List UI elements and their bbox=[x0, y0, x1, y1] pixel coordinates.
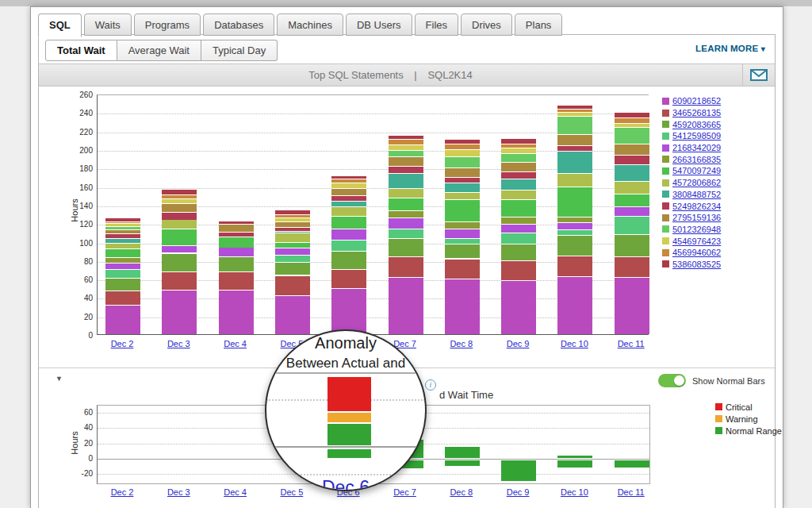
show-normal-bars-toggle[interactable]: Show Normal Bars bbox=[658, 374, 765, 387]
bar-segment-5470097249[interactable] bbox=[162, 229, 197, 245]
bar-segment-4572806862[interactable] bbox=[331, 207, 366, 216]
bar-segment-6090218652[interactable] bbox=[501, 281, 536, 334]
bar-segment-3465268135[interactable] bbox=[105, 291, 140, 305]
bar-segment-3465268135[interactable] bbox=[162, 272, 197, 290]
bar-segment-3465268135[interactable] bbox=[501, 261, 536, 281]
date-link-dec-2[interactable]: Dec 2 bbox=[98, 487, 146, 497]
bar-segment-2795159136[interactable] bbox=[615, 144, 649, 155]
bar-segment-4569946062[interactable] bbox=[162, 195, 197, 198]
anomaly-bar-normal-below[interactable] bbox=[557, 460, 592, 468]
view-button-average-wait[interactable]: Average Wait bbox=[117, 40, 201, 61]
bar-segment-4569946062[interactable] bbox=[501, 144, 536, 148]
tab-databases[interactable]: Databases bbox=[203, 13, 274, 36]
bar-segment-2663166835[interactable] bbox=[389, 211, 423, 217]
bar-segment-5412598509[interactable] bbox=[445, 239, 480, 244]
bar-segment-2168342029[interactable] bbox=[331, 229, 366, 240]
bar-segment-2795159136[interactable] bbox=[501, 163, 536, 171]
bar-segment-2795159136[interactable] bbox=[162, 204, 197, 213]
bar-segment-3808488752[interactable] bbox=[389, 174, 423, 188]
bar-segment-5249826234[interactable] bbox=[105, 234, 140, 238]
bar-segment-5470097249[interactable] bbox=[105, 249, 140, 258]
bar-segment-6090218652[interactable] bbox=[105, 306, 140, 334]
anomaly-bar-normal-below[interactable] bbox=[615, 460, 649, 468]
bar-segment-5249826234[interactable] bbox=[331, 196, 366, 201]
anomaly-bar-normal-below[interactable] bbox=[445, 460, 480, 466]
bar-segment-5412598509[interactable] bbox=[331, 241, 366, 251]
bar-segment-2795159136[interactable] bbox=[105, 230, 140, 233]
bar-segment-5386083525[interactable] bbox=[501, 139, 536, 144]
sql-statement-link-5249826234[interactable]: 5249826234 bbox=[672, 202, 721, 211]
tab-files[interactable]: Files bbox=[415, 13, 458, 36]
sql-statement-link-2795159136[interactable]: 2795159136 bbox=[672, 213, 721, 222]
bar-segment-2795159136[interactable] bbox=[219, 225, 254, 231]
sql-statement-link-5470097249[interactable]: 5470097249 bbox=[672, 166, 721, 175]
bar-segment-2663166835[interactable] bbox=[105, 258, 140, 263]
bar-segment-3808488752[interactable] bbox=[105, 239, 140, 243]
bar-segment-2168342029[interactable] bbox=[275, 248, 310, 255]
bar-segment-5249826234[interactable] bbox=[445, 178, 480, 183]
bar-segment-2168342029[interactable] bbox=[162, 246, 197, 252]
learn-more-link[interactable]: LEARN MORE ▾ bbox=[695, 44, 765, 53]
bar-segment-5386083525[interactable] bbox=[219, 221, 254, 225]
date-link-dec-9[interactable]: Dec 9 bbox=[494, 487, 542, 497]
bar-segment-5412598509[interactable] bbox=[275, 256, 310, 262]
bar-segment-2663166835[interactable] bbox=[557, 217, 592, 222]
sql-statement-link-4569946062[interactable]: 4569946062 bbox=[672, 248, 721, 257]
bar-segment-6090218652[interactable] bbox=[557, 277, 592, 334]
sql-statement-link-4592083665[interactable]: 4592083665 bbox=[672, 120, 721, 129]
bar-segment-5412598509[interactable] bbox=[105, 270, 140, 278]
bar-segment-2795159136[interactable] bbox=[445, 168, 480, 177]
bar-segment-5386083525[interactable] bbox=[105, 218, 140, 221]
bar-segment-2795159136[interactable] bbox=[389, 157, 423, 166]
view-button-total-wait[interactable]: Total Wait bbox=[45, 40, 117, 61]
bar-segment-2168342029[interactable] bbox=[105, 264, 140, 269]
bar-segment-5012326948[interactable] bbox=[105, 227, 140, 230]
bar-segment-4572806862[interactable] bbox=[445, 193, 480, 199]
bar-segment-4572806862[interactable] bbox=[557, 174, 592, 186]
bar-segment-4569946062[interactable] bbox=[557, 110, 592, 113]
sql-statement-link-2168342029[interactable]: 2168342029 bbox=[672, 143, 721, 152]
bar-segment-2795159136[interactable] bbox=[275, 222, 310, 227]
tab-programs[interactable]: Programs bbox=[134, 13, 201, 36]
bar-segment-5386083525[interactable] bbox=[557, 106, 592, 109]
date-link-dec-7[interactable]: Dec 7 bbox=[381, 487, 429, 497]
bar-segment-4592083665[interactable] bbox=[501, 244, 536, 260]
bar-segment-2168342029[interactable] bbox=[445, 229, 480, 238]
bar-segment-4592083665[interactable] bbox=[615, 235, 649, 256]
bar-segment-6090218652[interactable] bbox=[219, 291, 254, 334]
bar-segment-2168342029[interactable] bbox=[219, 248, 254, 256]
bar-segment-4546976423[interactable] bbox=[162, 199, 197, 203]
bar-segment-4546976423[interactable] bbox=[105, 224, 140, 226]
bar-segment-6090218652[interactable] bbox=[162, 291, 197, 334]
bar-segment-3465268135[interactable] bbox=[389, 257, 423, 277]
sql-statement-link-3465268135[interactable]: 3465268135 bbox=[672, 108, 721, 117]
date-link-dec-8[interactable]: Dec 8 bbox=[438, 339, 485, 348]
bar-segment-5412598509[interactable] bbox=[615, 217, 649, 234]
sql-statement-link-5386083525[interactable]: 5386083525 bbox=[672, 260, 721, 269]
bar-segment-2795159136[interactable] bbox=[331, 189, 366, 195]
info-icon[interactable]: i bbox=[425, 379, 436, 391]
anomaly-bar-normal[interactable] bbox=[557, 456, 592, 458]
bar-segment-5412598509[interactable] bbox=[501, 233, 536, 244]
toggle-switch-icon[interactable] bbox=[658, 374, 686, 387]
sql-statement-link-3808488752[interactable]: 3808488752 bbox=[672, 190, 721, 199]
date-link-dec-11[interactable]: Dec 11 bbox=[607, 487, 655, 497]
bar-segment-5386083525[interactable] bbox=[445, 140, 480, 144]
bar-segment-4572806862[interactable] bbox=[615, 182, 649, 194]
bar-segment-2795159136[interactable] bbox=[557, 135, 592, 145]
email-report-button[interactable] bbox=[742, 64, 775, 86]
bar-segment-2168342029[interactable] bbox=[389, 218, 423, 229]
bar-segment-4546976423[interactable] bbox=[331, 183, 366, 188]
bar-segment-5386083525[interactable] bbox=[275, 210, 310, 214]
bar-segment-4546976423[interactable] bbox=[557, 113, 592, 116]
bar-segment-5470097249[interactable] bbox=[557, 187, 592, 217]
bar-segment-5012326948[interactable] bbox=[501, 154, 536, 163]
date-link-dec-10[interactable]: Dec 10 bbox=[550, 487, 598, 497]
bar-segment-4592083665[interactable] bbox=[219, 257, 254, 271]
bar-segment-4569946062[interactable] bbox=[275, 215, 310, 218]
sql-statement-link-5412598509[interactable]: 5412598509 bbox=[672, 131, 721, 140]
date-link-dec-4[interactable]: Dec 4 bbox=[212, 339, 259, 348]
bar-segment-2168342029[interactable] bbox=[557, 223, 592, 229]
bar-segment-5470097249[interactable] bbox=[615, 194, 649, 206]
bar-segment-5012326948[interactable] bbox=[615, 128, 649, 144]
